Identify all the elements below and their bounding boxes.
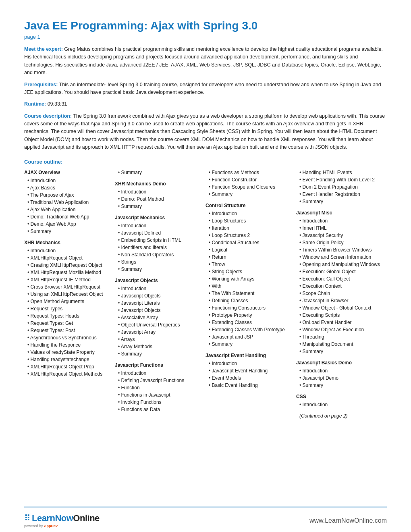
list-item: • Execution: Global Object xyxy=(299,268,383,275)
col-section: Javascript Mechanics• Introduction• Java… xyxy=(115,214,201,273)
list-item: • Summary xyxy=(299,198,383,205)
section-title: XHR Mechanics xyxy=(24,239,111,246)
list-item: • Functioning Constructors xyxy=(209,304,292,312)
list-item: • XMLHttpRequest IE Method xyxy=(27,276,111,283)
section-title: Control Structure xyxy=(206,202,292,209)
list-item: • Demo: Traditional Web App xyxy=(27,213,111,220)
runtime-label: Runtime: xyxy=(24,101,46,107)
col-section: Javascript Misc• Introduction• InnerHTML… xyxy=(296,209,383,355)
list-item: • Javascript Defined xyxy=(118,229,201,237)
col-section: Control Structure• Introduction• Loop St… xyxy=(206,202,292,348)
list-item: • Summary xyxy=(118,266,201,273)
list-item: • Event Models xyxy=(209,374,292,382)
appdev-brand: AppDev xyxy=(44,524,58,528)
section-title: Javascript Functions xyxy=(115,362,201,369)
list-item: • Demo: Ajax Web App xyxy=(27,220,111,228)
meet-expert-para: Meet the expert: Greg Matus combines his… xyxy=(24,46,387,77)
list-item: • Iteration xyxy=(209,224,292,232)
list-item: • Javascript Objects xyxy=(118,307,201,314)
col-section: Javascript Event Handling• Introduction•… xyxy=(206,352,292,389)
list-item: • Javascript Literals xyxy=(118,299,201,307)
course-outline-columns: AJAX Overview• Introduction• Ajax Basics… xyxy=(24,169,387,499)
list-item: • The With Statement xyxy=(209,290,292,297)
list-item: • Introduction xyxy=(27,247,111,254)
list-item: • Summary xyxy=(118,203,201,210)
list-item: • Summary xyxy=(118,350,201,357)
list-item: • Prototype Property xyxy=(209,312,292,319)
list-item: • Javascript in Browser xyxy=(299,297,383,304)
meet-expert-text: Greg Matus combines his practical progra… xyxy=(24,46,383,75)
list-item: • Functions as Methods xyxy=(209,169,292,176)
list-item: • Introduction xyxy=(299,367,383,374)
logo-dots-icon: ⠿ xyxy=(24,513,30,523)
column-3: • Functions as Methods• Function Constru… xyxy=(206,169,296,499)
list-item: • Execution Context xyxy=(299,283,383,290)
list-item: • Function xyxy=(118,384,201,391)
list-item: • Manipulating Document xyxy=(299,341,383,348)
list-item: • Introduction xyxy=(299,217,383,224)
prereq-para: Prerequisites: This an intermediate- lev… xyxy=(24,81,387,97)
runtime-value: 09:33:31 xyxy=(46,101,67,107)
list-item: • Summary xyxy=(27,228,111,235)
list-item: • Loop Structures xyxy=(209,217,292,224)
list-item: • Functions in Javascript xyxy=(118,391,201,399)
list-item: • Introduction xyxy=(118,285,201,292)
list-item: • XMLHttpRequest Object Methods xyxy=(27,370,111,378)
list-item: • Embedding Scripts in HTML xyxy=(118,237,201,244)
list-item: • Function Constructor xyxy=(209,176,292,183)
column-4: • Handling HTML Events• Event Handling W… xyxy=(296,169,387,499)
list-item: • Invoking Functions xyxy=(118,399,201,406)
list-item: • The Purpose of Ajax xyxy=(27,191,111,199)
col-section: CSS• Introduction xyxy=(296,393,383,408)
list-item: • Arrays xyxy=(118,336,201,343)
list-item: (Continued on page 2) xyxy=(299,412,383,420)
list-item: • Return xyxy=(209,254,292,261)
list-item: • Demo: Post Method xyxy=(118,195,201,203)
list-item: • Asynchronous vs Synchronous xyxy=(27,334,111,341)
list-item: • Introduction xyxy=(27,177,111,184)
list-item: • XMLHttpRequest Object xyxy=(27,254,111,262)
list-item: • String Objects xyxy=(209,268,292,275)
section-title: Javascript Objects xyxy=(115,277,201,284)
list-item: • Window Object as Execution xyxy=(299,326,383,333)
col-section: XHR Mechanics Demo• Introduction• Demo: … xyxy=(115,180,201,210)
section-title: Javascript Event Handling xyxy=(206,352,292,359)
list-item: • Non Standard Operators xyxy=(118,251,201,258)
list-item: • Request Types: Get xyxy=(27,320,111,327)
list-item: • Summary xyxy=(209,341,292,348)
col-section: • Handling HTML Events• Event Handling W… xyxy=(296,169,383,205)
list-item: • Introduction xyxy=(118,188,201,195)
list-item: • Object Universal Properties xyxy=(118,321,201,328)
list-item: • Window and Screen Information xyxy=(299,254,383,261)
list-item: • Javascript Demo xyxy=(299,374,383,382)
section-title: XHR Mechanics Demo xyxy=(115,180,201,187)
col-section: • Functions as Methods• Function Constru… xyxy=(206,169,292,198)
list-item: • Execution: Call Object xyxy=(299,275,383,283)
list-item: • Introduction xyxy=(299,401,383,408)
col-section: XHR Mechanics• Introduction• XMLHttpRequ… xyxy=(24,239,111,378)
section-title: AJAX Overview xyxy=(24,169,111,176)
section-title: Javascript Mechanics xyxy=(115,214,201,221)
list-item: • Executing Scripts xyxy=(299,312,383,319)
list-item: • Strings xyxy=(118,258,201,266)
list-item: • Opening and Manipulating Windows xyxy=(299,261,383,268)
list-item: • Using an XMLHttpRequest Object xyxy=(27,291,111,298)
list-item: • Creating XMLHttpRequest Object xyxy=(27,262,111,269)
column-1: AJAX Overview• Introduction• Ajax Basics… xyxy=(24,169,115,499)
list-item: • Handling the Responce xyxy=(27,341,111,349)
list-item: • Defining Javascript Functions xyxy=(118,377,201,384)
list-item: • Summary xyxy=(299,382,383,389)
list-item: • Loop Structures 2 xyxy=(209,232,292,239)
list-item: • Javascript Objects xyxy=(118,292,201,299)
list-item: • Introduction xyxy=(209,360,292,367)
list-item: • Throw xyxy=(209,261,292,268)
list-item: • Traditional Web Application xyxy=(27,199,111,206)
list-item: • Function Scope and Closures xyxy=(209,183,292,191)
list-item: • Javascript Event Handling xyxy=(209,367,292,374)
list-item: • Request Types: Heads xyxy=(27,312,111,320)
list-item: • Values of readyState Property xyxy=(27,349,111,356)
section-title: CSS xyxy=(296,393,383,400)
course-outline-label: Course outline: xyxy=(24,159,387,165)
list-item: • Introduction xyxy=(209,210,292,217)
footer: ⠿ LearnNowOnline powered by AppDev www.L… xyxy=(24,507,387,532)
